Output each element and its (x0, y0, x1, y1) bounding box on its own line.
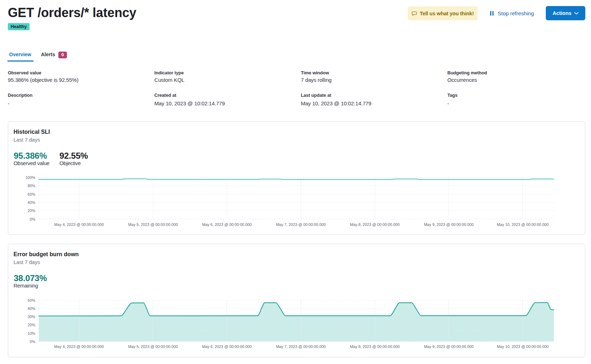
svg-text:80%: 80% (28, 184, 36, 188)
svg-text:10%: 10% (28, 331, 36, 336)
svg-text:May 5, 2023 @ 00:00:00.000: May 5, 2023 @ 00:00:00.000 (128, 344, 178, 349)
svg-text:May 10, 2023 @ 00:00:00.000: May 10, 2023 @ 00:00:00.000 (497, 222, 549, 227)
svg-text:40%: 40% (28, 306, 36, 311)
svg-text:May 10, 2023 @ 00:00:00.000: May 10, 2023 @ 00:00:00.000 (497, 344, 549, 349)
svg-text:60%: 60% (28, 192, 36, 196)
svg-text:0%: 0% (30, 339, 36, 344)
svg-text:May 4, 2023 @ 00:00:00.000: May 4, 2023 @ 00:00:00.000 (54, 222, 104, 227)
svg-text:May 6, 2023 @ 00:00:00.000: May 6, 2023 @ 00:00:00.000 (202, 222, 252, 227)
svg-text:May 8, 2023 @ 00:00:00.000: May 8, 2023 @ 00:00:00.000 (350, 222, 399, 227)
svg-text:May 5, 2023 @ 00:00:00.000: May 5, 2023 @ 00:00:00.000 (128, 222, 178, 227)
svg-text:0%: 0% (30, 217, 36, 221)
svg-text:May 6, 2023 @ 00:00:00.000: May 6, 2023 @ 00:00:00.000 (202, 344, 252, 349)
svg-text:May 8, 2023 @ 00:00:00.000: May 8, 2023 @ 00:00:00.000 (350, 344, 399, 349)
svg-text:May 4, 2023 @ 00:00:00.000: May 4, 2023 @ 00:00:00.000 (54, 344, 104, 349)
svg-text:20%: 20% (28, 209, 36, 213)
svg-text:May 9, 2023 @ 00:00:00.000: May 9, 2023 @ 00:00:00.000 (424, 344, 474, 349)
svg-text:50%: 50% (28, 298, 36, 302)
svg-text:40%: 40% (28, 200, 36, 205)
svg-text:May 9, 2023 @ 00:00:00.000: May 9, 2023 @ 00:00:00.000 (424, 222, 474, 227)
svg-text:May 7, 2023 @ 00:00:00.000: May 7, 2023 @ 00:00:00.000 (276, 344, 325, 349)
svg-text:20%: 20% (28, 323, 36, 327)
svg-text:100%: 100% (26, 175, 36, 180)
svg-text:May 7, 2023 @ 00:00:00.000: May 7, 2023 @ 00:00:00.000 (276, 222, 325, 227)
svg-text:30%: 30% (28, 315, 36, 319)
